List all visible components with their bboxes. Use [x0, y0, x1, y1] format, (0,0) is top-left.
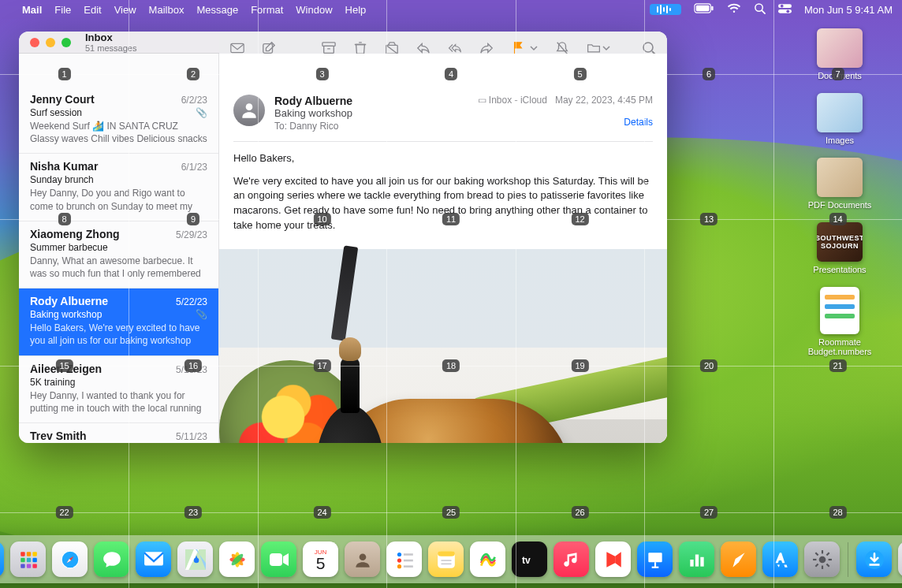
- dock-tv[interactable]: tv: [512, 541, 547, 577]
- dock-launchpad[interactable]: [10, 541, 46, 577]
- desktop-file-roommate-budget[interactable]: Roommate Budget.numbers: [788, 287, 891, 356]
- trash-icon[interactable]: [353, 41, 367, 55]
- dock-keynote[interactable]: [637, 541, 673, 577]
- app-menu[interactable]: Mail: [22, 4, 42, 16]
- desktop-folder-images[interactable]: Images: [817, 93, 863, 145]
- dock-numbers[interactable]: [679, 541, 714, 577]
- dock-appstore[interactable]: [762, 541, 798, 577]
- reader-date: May 22, 2023, 4:45 PM: [555, 95, 653, 106]
- svg-point-62: [397, 564, 401, 568]
- dock-notes[interactable]: [428, 541, 464, 577]
- desktop-folder-documents[interactable]: Documents: [817, 28, 863, 80]
- dock-freeform[interactable]: [470, 541, 505, 577]
- dock-pages[interactable]: [721, 541, 756, 577]
- svg-rect-3: [666, 6, 668, 13]
- grid-number: 28: [829, 506, 846, 519]
- dock-calendar[interactable]: JUN5: [303, 541, 338, 577]
- svg-rect-67: [438, 551, 455, 556]
- svg-line-86: [815, 564, 818, 566]
- wifi-icon[interactable]: [727, 3, 741, 16]
- svg-rect-38: [26, 557, 30, 561]
- avatar: [233, 95, 265, 126]
- message-row[interactable]: Jenny Court6/2/23Surf session📎Weekend Su…: [19, 87, 218, 154]
- minimize-window-button[interactable]: [46, 38, 55, 47]
- spotlight-icon[interactable]: [754, 2, 766, 17]
- dock-finder[interactable]: [0, 541, 4, 577]
- menu-file[interactable]: File: [54, 4, 71, 16]
- dock-system-settings[interactable]: [804, 541, 840, 577]
- dock-trash[interactable]: [898, 541, 902, 577]
- svg-rect-36: [32, 552, 36, 556]
- grid-number: 13: [700, 213, 718, 225]
- dock-maps[interactable]: [177, 541, 213, 577]
- svg-point-28: [643, 43, 653, 52]
- attachment-icon: 📎: [196, 107, 207, 118]
- battery-icon[interactable]: [694, 3, 714, 16]
- details-link[interactable]: Details: [478, 117, 653, 128]
- get-mail-icon[interactable]: [230, 41, 244, 55]
- svg-rect-77: [695, 554, 698, 566]
- message-reader: Rody Albuerne Baking workshop To: Danny …: [219, 54, 667, 443]
- svg-rect-10: [778, 4, 792, 8]
- dock-news[interactable]: [595, 541, 631, 577]
- dock-mail[interactable]: [136, 541, 171, 577]
- control-center-icon[interactable]: [778, 4, 792, 16]
- svg-line-87: [826, 553, 829, 555]
- mailbox-count: 51 messages: [85, 43, 136, 53]
- menu-mailbox[interactable]: Mailbox: [149, 4, 184, 16]
- message-row[interactable]: Trev Smith5/11/23Illustration referenceH…: [19, 423, 218, 443]
- dock-music[interactable]: [554, 541, 589, 577]
- flag-icon[interactable]: [511, 41, 525, 55]
- reply-all-icon[interactable]: [448, 41, 462, 55]
- message-row[interactable]: Nisha Kumar6/1/23Sunday brunchHey Danny,…: [19, 154, 218, 221]
- svg-point-59: [359, 553, 366, 560]
- junk-icon[interactable]: [385, 41, 399, 55]
- svg-rect-18: [231, 43, 244, 52]
- mute-icon[interactable]: [555, 41, 569, 55]
- menu-message[interactable]: Message: [196, 4, 238, 16]
- message-row[interactable]: Xiaomeng Zhong5/29/23Summer barbecueDann…: [19, 221, 218, 288]
- move-icon[interactable]: [587, 41, 610, 55]
- dock-photos[interactable]: [219, 541, 255, 577]
- dock-reminders[interactable]: [386, 541, 422, 577]
- dock-downloads[interactable]: [856, 541, 892, 577]
- desktop-folder-presentations[interactable]: SOUTHWESTSOJOURNPresentations: [813, 222, 866, 274]
- dock-messages[interactable]: [94, 541, 129, 577]
- grid-number: 27: [700, 506, 718, 519]
- svg-rect-6: [696, 6, 710, 11]
- svg-rect-2: [663, 7, 665, 12]
- menu-window[interactable]: Window: [296, 4, 332, 16]
- fullscreen-window-button[interactable]: [62, 38, 71, 47]
- flag-dropdown-icon[interactable]: [530, 44, 538, 52]
- menu-edit[interactable]: Edit: [84, 4, 101, 16]
- svg-rect-37: [20, 557, 24, 561]
- close-window-button[interactable]: [30, 38, 39, 47]
- reply-icon[interactable]: [416, 41, 430, 55]
- menu-format[interactable]: Format: [251, 4, 283, 16]
- svg-rect-34: [20, 552, 24, 556]
- grid-number: 25: [442, 506, 460, 519]
- clock[interactable]: Mon Jun 5 9:41 AM: [804, 4, 893, 16]
- svg-rect-21: [324, 46, 334, 53]
- search-icon[interactable]: [642, 41, 656, 55]
- dock-contacts[interactable]: [345, 541, 380, 577]
- svg-point-13: [786, 9, 789, 13]
- grid-number: 23: [184, 506, 202, 519]
- svg-line-26: [386, 45, 397, 54]
- dock-safari[interactable]: [52, 541, 88, 577]
- grid-number: 6: [703, 68, 715, 80]
- reader-body: We're very excited to have you all join …: [233, 174, 653, 233]
- voice-control-icon[interactable]: [650, 4, 681, 15]
- menu-help[interactable]: Help: [345, 4, 367, 16]
- forward-icon[interactable]: [479, 41, 494, 55]
- desktop-icons: Documents Images PDF Documents SOUTHWEST…: [788, 28, 891, 356]
- compose-icon[interactable]: [262, 41, 276, 55]
- desktop-folder-pdf[interactable]: PDF Documents: [808, 158, 872, 210]
- svg-marker-71: [606, 552, 615, 568]
- svg-rect-57: [270, 553, 282, 566]
- archive-icon[interactable]: [322, 41, 336, 55]
- message-row[interactable]: Aileen Zeigen5/15/235K trainingHey Danny…: [19, 356, 218, 423]
- dock-facetime[interactable]: [261, 541, 296, 577]
- menu-view[interactable]: View: [114, 4, 136, 16]
- message-row[interactable]: Rody Albuerne5/22/23Baking workshop📎Hell…: [19, 288, 218, 355]
